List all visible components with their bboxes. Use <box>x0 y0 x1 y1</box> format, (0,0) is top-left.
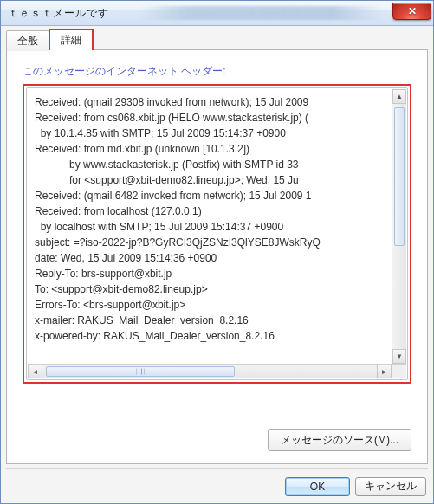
horizontal-scrollbar[interactable]: ◄ ► <box>28 364 392 378</box>
headers-textbox[interactable]: Received: (qmail 29308 invoked from netw… <box>26 87 408 380</box>
headers-content[interactable]: Received: (qmail 29308 invoked from netw… <box>28 89 392 364</box>
headers-highlight-frame: Received: (qmail 29308 invoked from netw… <box>23 84 411 384</box>
tab-general[interactable]: 全般 <box>6 30 49 51</box>
scroll-left-arrow-icon[interactable]: ◄ <box>28 365 42 378</box>
dialog-window: ｔｅｓｔメールです ✕ 全般 詳細 このメッセージのインターネット ヘッダー: … <box>0 0 434 504</box>
scroll-right-arrow-icon[interactable]: ► <box>377 365 392 378</box>
scroll-corner <box>392 364 406 378</box>
message-source-button[interactable]: メッセージのソース(M)... <box>268 429 411 451</box>
tab-strip: 全般 詳細 <box>6 31 428 50</box>
scroll-up-arrow-icon[interactable]: ▲ <box>392 89 406 104</box>
tab-details[interactable]: 詳細 <box>49 29 94 50</box>
vscroll-thumb[interactable] <box>394 107 405 246</box>
client-area: 全般 詳細 このメッセージのインターネット ヘッダー: Received: (q… <box>1 26 433 503</box>
headers-label: このメッセージのインターネット ヘッダー: <box>23 64 411 79</box>
scroll-down-arrow-icon[interactable]: ▼ <box>392 349 406 364</box>
thumb-grip-icon <box>137 369 145 375</box>
hscroll-thumb[interactable] <box>46 366 235 377</box>
close-icon: ✕ <box>408 5 417 17</box>
hscroll-track[interactable] <box>42 365 377 378</box>
ok-button[interactable]: OK <box>285 477 350 496</box>
vertical-scrollbar[interactable]: ▲ ▼ <box>392 89 406 364</box>
tab-panel-details: このメッセージのインターネット ヘッダー: Received: (qmail 2… <box>6 49 428 464</box>
titlebar[interactable]: ｔｅｓｔメールです ✕ <box>1 1 433 26</box>
dialog-button-bar: OK キャンセル <box>6 468 428 498</box>
vscroll-track[interactable] <box>392 104 406 349</box>
close-button[interactable]: ✕ <box>392 3 431 20</box>
window-title: ｔｅｓｔメールです <box>8 6 392 21</box>
cancel-button[interactable]: キャンセル <box>355 477 426 496</box>
